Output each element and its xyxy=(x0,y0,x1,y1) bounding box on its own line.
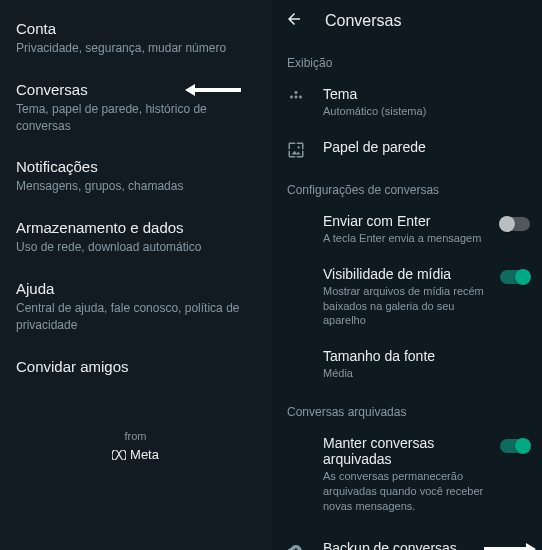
item-enviar-enter[interactable]: Enviar com Enter A tecla Enter envia a m… xyxy=(271,203,542,256)
meta-icon xyxy=(112,446,126,464)
settings-item-conversas[interactable]: Conversas Tema, papel de parede, históri… xyxy=(0,69,271,147)
arrow-right-icon xyxy=(484,542,536,550)
item-subtitle: Automático (sistema) xyxy=(323,104,488,119)
settings-item-subtitle: Mensagens, grupos, chamadas xyxy=(16,178,255,195)
item-papel-de-parede[interactable]: Papel de parede xyxy=(271,129,542,169)
theme-icon xyxy=(285,88,307,106)
item-title: Tema xyxy=(323,86,488,102)
header: Conversas xyxy=(271,0,542,42)
settings-item-title: Armazenamento e dados xyxy=(16,219,255,236)
settings-item-armazenamento[interactable]: Armazenamento e dados Uso de rede, downl… xyxy=(0,207,271,268)
settings-item-subtitle: Tema, papel de parede, histórico de conv… xyxy=(16,101,255,135)
item-title: Visibilidade de mídia xyxy=(323,266,488,282)
item-subtitle: Média xyxy=(323,366,488,381)
footer-brand-text: Meta xyxy=(130,447,159,462)
item-subtitle: As conversas permanecerão arquivadas qua… xyxy=(323,469,488,514)
item-title: Papel de parede xyxy=(323,139,488,155)
header-title: Conversas xyxy=(325,12,401,30)
settings-item-conta[interactable]: Conta Privacidade, segurança, mudar núme… xyxy=(0,8,271,69)
item-tamanho-fonte[interactable]: Tamanho da fonte Média xyxy=(271,338,542,391)
section-config: Configurações de conversas xyxy=(271,169,542,203)
settings-item-title: Ajuda xyxy=(16,280,255,297)
footer-brand: Meta xyxy=(0,446,271,464)
settings-item-title: Conta xyxy=(16,20,255,37)
arrow-left-icon xyxy=(185,83,241,101)
wallpaper-icon xyxy=(285,141,307,159)
section-exibicao: Exibição xyxy=(271,42,542,76)
settings-item-subtitle: Uso de rede, download automático xyxy=(16,239,255,256)
settings-list: Conta Privacidade, segurança, mudar núme… xyxy=(0,0,271,550)
settings-item-title: Convidar amigos xyxy=(16,358,255,375)
toggle-visibilidade[interactable] xyxy=(500,270,530,284)
item-title: Enviar com Enter xyxy=(323,213,488,229)
settings-item-subtitle: Privacidade, segurança, mudar número xyxy=(16,40,255,57)
item-title: Backup de conversas xyxy=(323,540,488,550)
item-title: Manter conversas arquivadas xyxy=(323,435,488,467)
footer: from Meta xyxy=(0,430,271,464)
item-title: Tamanho da fonte xyxy=(323,348,488,364)
settings-item-ajuda[interactable]: Ajuda Central de ajuda, fale conosco, po… xyxy=(0,268,271,346)
item-subtitle: A tecla Enter envia a mensagem xyxy=(323,231,488,246)
conversas-screen: Conversas Exibição Tema Automático (sist… xyxy=(271,0,542,550)
toggle-manter-arquivadas[interactable] xyxy=(500,439,530,453)
settings-item-subtitle: Central de ajuda, fale conosco, política… xyxy=(16,300,255,334)
item-manter-arquivadas[interactable]: Manter conversas arquivadas As conversas… xyxy=(271,425,542,524)
item-tema[interactable]: Tema Automático (sistema) xyxy=(271,76,542,129)
item-subtitle: Mostrar arquivos de mídia recém baixados… xyxy=(323,284,488,329)
section-arquivadas: Conversas arquivadas xyxy=(271,391,542,425)
settings-item-notificacoes[interactable]: Notificações Mensagens, grupos, chamadas xyxy=(0,146,271,207)
footer-from-label: from xyxy=(0,430,271,442)
cloud-upload-icon xyxy=(285,542,307,550)
settings-item-title: Notificações xyxy=(16,158,255,175)
item-visibilidade-midia[interactable]: Visibilidade de mídia Mostrar arquivos d… xyxy=(271,256,542,339)
toggle-enviar-enter[interactable] xyxy=(500,217,530,231)
item-backup[interactable]: Backup de conversas xyxy=(271,530,542,550)
back-icon[interactable] xyxy=(285,10,303,32)
settings-item-convidar[interactable]: Convidar amigos xyxy=(0,346,271,390)
